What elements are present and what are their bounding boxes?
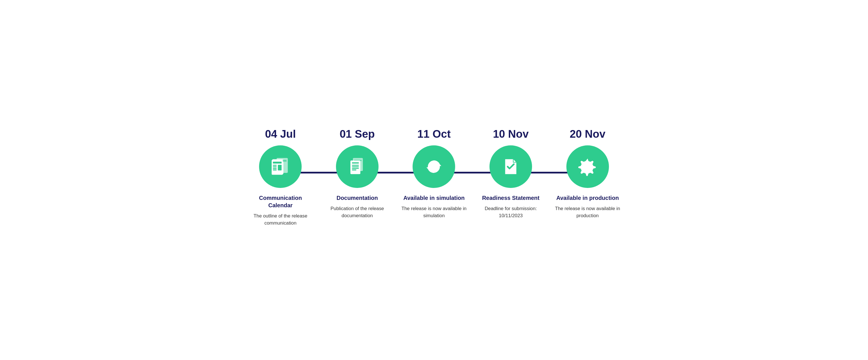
circle-available-simulation <box>412 145 455 188</box>
date-available-simulation: 11 Oct <box>417 128 451 140</box>
timeline-wrapper: 04 Jul <box>247 128 621 227</box>
svg-rect-13 <box>273 170 277 170</box>
svg-rect-19 <box>352 165 359 166</box>
svg-rect-9 <box>273 161 282 163</box>
timeline-item-documentation: 01 Sep Documentation Publication of the … <box>323 128 391 219</box>
file-check-icon <box>501 157 521 177</box>
circle-communication-calendar <box>259 145 302 188</box>
timeline-item-readiness-statement: 10 Nov Readiness Statement Deadline for … <box>477 128 545 219</box>
desc-readiness-statement: Deadline for submission: 10/11/2023 <box>477 205 545 219</box>
timeline-item-communication-calendar: 04 Jul <box>247 128 314 227</box>
desc-available-simulation: The release is now available in simulati… <box>400 205 468 219</box>
newspaper-icon <box>271 157 290 177</box>
desc-documentation: Publication of the release documentation <box>323 205 391 219</box>
circle-documentation <box>336 145 378 188</box>
refresh-icon <box>424 157 444 177</box>
gear-icon <box>578 157 597 177</box>
svg-rect-22 <box>352 170 356 170</box>
date-available-production: 20 Nov <box>570 128 606 140</box>
date-communication-calendar: 04 Jul <box>265 128 296 140</box>
circle-available-production <box>566 145 609 188</box>
svg-rect-21 <box>352 168 359 169</box>
desc-communication-calendar: The outline of the release communication <box>247 212 314 227</box>
timeline-container: 04 Jul <box>236 122 633 238</box>
timeline-item-available-production: 20 Nov Available in production The relea… <box>554 128 621 219</box>
label-readiness-statement: Readiness Statement <box>482 194 539 202</box>
timeline-item-available-simulation: 11 Oct Available in simulation The relea… <box>400 128 468 219</box>
label-available-production: Available in production <box>556 194 619 202</box>
document-icon <box>347 157 367 177</box>
svg-rect-12 <box>273 168 277 169</box>
svg-rect-11 <box>273 167 277 167</box>
date-readiness-statement: 10 Nov <box>493 128 529 140</box>
circle-readiness-statement <box>490 145 532 188</box>
date-documentation: 01 Sep <box>340 128 375 140</box>
svg-rect-20 <box>352 167 359 167</box>
label-documentation: Documentation <box>337 194 378 202</box>
label-available-simulation: Available in simulation <box>403 194 465 202</box>
svg-rect-10 <box>273 165 277 166</box>
desc-available-production: The release is now available in producti… <box>554 205 621 219</box>
svg-rect-18 <box>352 162 359 163</box>
svg-rect-14 <box>278 165 282 170</box>
label-communication-calendar: Communication Calendar <box>247 194 314 209</box>
